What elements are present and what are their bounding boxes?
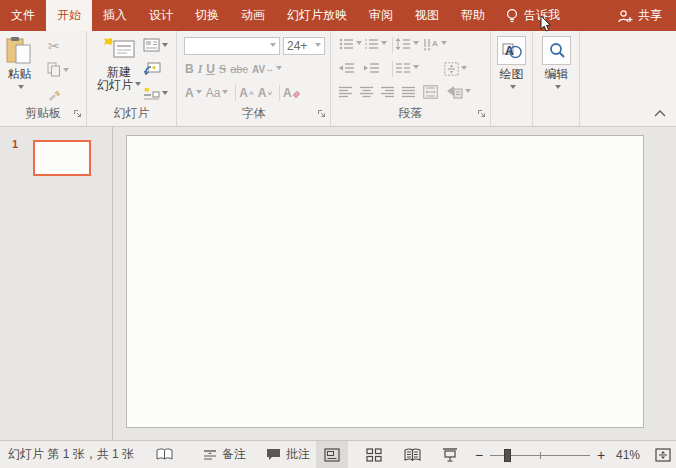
dropdown-arrow-icon — [510, 85, 516, 92]
paragraph-dialog-launcher[interactable] — [477, 107, 486, 121]
dropdown-arrow-icon — [413, 65, 419, 72]
spacing-label: AV — [252, 64, 265, 75]
new-slide-label-line2: 幻灯片 — [97, 79, 141, 92]
font-group-label: 字体 — [177, 105, 330, 122]
tab-design[interactable]: 设计 — [138, 0, 184, 31]
new-slide-button[interactable]: 新建 幻灯片 — [97, 37, 141, 92]
dropdown-arrow-icon — [135, 82, 141, 89]
align-left-button[interactable] — [339, 86, 353, 98]
dropdown-arrow-icon — [555, 85, 561, 92]
underline-label: U — [206, 62, 215, 76]
change-case-button[interactable]: Aa — [206, 86, 229, 100]
tab-animations[interactable]: 动画 — [230, 0, 276, 31]
drawing-button[interactable]: A 绘图 — [497, 36, 526, 92]
font-color-button[interactable]: A — [185, 86, 202, 100]
collapse-ribbon-button[interactable] — [654, 106, 666, 120]
slide-canvas[interactable] — [126, 135, 644, 428]
align-right-button[interactable] — [381, 86, 395, 98]
slide-thumbnail[interactable] — [33, 140, 91, 176]
tab-file[interactable]: 文件 — [0, 0, 46, 31]
clear-formatting-button[interactable]: A — [283, 86, 301, 100]
format-painter-icon — [47, 86, 62, 104]
powerpoint-window: 文件 开始 插入 设计 切换 动画 幻灯片放映 审阅 视图 帮助 告诉我 共享 — [0, 0, 676, 468]
text-shadow-button[interactable]: S — [219, 61, 226, 77]
copy-button[interactable] — [47, 62, 69, 80]
comments-label: 批注 — [286, 446, 310, 463]
zoom-in-button[interactable] — [596, 447, 606, 463]
format-painter-button[interactable] — [47, 86, 62, 104]
convert-smartart-button[interactable] — [446, 85, 471, 99]
distribute-columns-button[interactable] — [423, 85, 438, 99]
clipboard-group: 粘贴 ✂ 剪贴板 — [0, 31, 86, 126]
tab-review[interactable]: 审阅 — [358, 0, 404, 31]
tab-view[interactable]: 视图 — [404, 0, 450, 31]
status-bar: 幻灯片 第 1 张，共 1 张 备注 批注 — [0, 440, 676, 468]
zoom-slider-tick — [540, 452, 541, 459]
line-spacing-button[interactable] — [395, 38, 419, 50]
tab-transitions[interactable]: 切换 — [184, 0, 230, 31]
decrease-indent-button[interactable] — [339, 62, 355, 74]
font-color-label: A — [185, 86, 194, 100]
bullets-button[interactable] — [339, 38, 362, 50]
slide-layout-button[interactable] — [143, 38, 168, 55]
normal-view-button[interactable] — [316, 441, 348, 468]
character-spacing-button[interactable]: AV↔ — [252, 64, 282, 75]
tab-label: 开始 — [57, 7, 81, 24]
copy-icon — [47, 62, 61, 80]
underline-button[interactable]: U — [206, 62, 215, 76]
slide-sorter-icon — [366, 448, 382, 462]
line-spacing-icon — [395, 38, 411, 50]
new-slide-label-line2-text: 幻灯片 — [97, 78, 133, 92]
tab-label: 设计 — [149, 7, 173, 24]
tab-help[interactable]: 帮助 — [450, 0, 496, 31]
share-button[interactable]: 共享 — [604, 0, 676, 31]
slideshow-view-button[interactable] — [434, 441, 466, 468]
comments-button[interactable]: 批注 — [260, 441, 316, 468]
paste-button[interactable]: 粘贴 — [6, 36, 33, 92]
eraser-icon — [292, 88, 301, 98]
tab-insert[interactable]: 插入 — [92, 0, 138, 31]
tell-me-button[interactable]: 告诉我 — [496, 0, 570, 31]
grow-font-button[interactable]: A — [239, 86, 253, 100]
increase-indent-button[interactable] — [364, 62, 380, 74]
align-center-button[interactable] — [360, 86, 374, 98]
align-text-button[interactable] — [444, 62, 467, 76]
shrink-font-label: A — [258, 86, 267, 100]
italic-button[interactable]: I — [198, 62, 203, 77]
italic-label: I — [198, 62, 203, 77]
cut-button[interactable]: ✂ — [48, 38, 60, 54]
slide-thumbnail-panel: 1 — [0, 127, 113, 440]
reset-slide-button[interactable] — [144, 62, 161, 81]
font-name-combo[interactable] — [184, 37, 280, 55]
fit-to-window-button[interactable] — [650, 448, 676, 462]
tab-slideshow[interactable]: 幻灯片放映 — [276, 0, 358, 31]
tab-label: 动画 — [241, 7, 265, 24]
reading-view-button[interactable] — [396, 441, 428, 468]
font-size-combo[interactable]: 24+ — [283, 37, 325, 55]
text-direction-button[interactable]: A — [423, 38, 447, 51]
shrink-font-button[interactable]: A — [258, 86, 272, 100]
slide-sorter-view-button[interactable] — [358, 441, 390, 468]
numbering-button[interactable] — [364, 38, 387, 50]
font-dialog-launcher[interactable] — [317, 107, 326, 121]
zoom-level[interactable]: 41% — [612, 448, 640, 462]
text-direction-icon: A — [423, 38, 439, 51]
font-style-row: B I U S abc AV↔ — [185, 61, 286, 77]
zoom-out-button[interactable] — [474, 447, 484, 463]
notes-button[interactable]: 备注 — [197, 441, 252, 468]
spell-check-button[interactable] — [150, 441, 179, 468]
paste-label: 粘贴 — [8, 68, 32, 81]
strikethrough-button[interactable]: abc — [230, 63, 248, 75]
comments-icon — [266, 448, 281, 461]
zoom-slider[interactable] — [490, 448, 590, 462]
justify-button[interactable] — [402, 86, 416, 98]
editing-button[interactable]: 编辑 — [542, 36, 571, 92]
bold-button[interactable]: B — [185, 62, 194, 76]
dropdown-arrow-icon — [381, 41, 387, 48]
section-button[interactable] — [143, 86, 168, 103]
clipboard-dialog-launcher[interactable] — [73, 107, 82, 121]
distribute-columns-icon — [423, 85, 438, 99]
zoom-slider-thumb[interactable] — [504, 449, 511, 462]
tab-home[interactable]: 开始 — [46, 0, 92, 31]
columns-button[interactable] — [395, 62, 419, 74]
